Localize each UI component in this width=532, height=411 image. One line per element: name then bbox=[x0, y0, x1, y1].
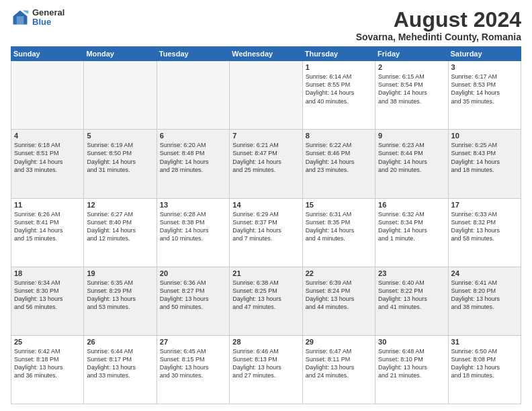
day-info: Sunrise: 6:31 AMSunset: 8:35 PMDaylight:… bbox=[306, 210, 372, 243]
main-title: August 2024 bbox=[356, 8, 521, 32]
calendar-day-cell: 7Sunrise: 6:21 AMSunset: 8:47 PMDaylight… bbox=[230, 130, 302, 198]
day-info: Sunrise: 6:18 AMSunset: 8:51 PMDaylight:… bbox=[14, 141, 81, 174]
calendar-day-cell: 8Sunrise: 6:22 AMSunset: 8:46 PMDaylight… bbox=[302, 130, 375, 198]
calendar-day-cell: 23Sunrise: 6:40 AMSunset: 8:22 PMDayligh… bbox=[375, 267, 448, 335]
day-info: Sunrise: 6:36 AMSunset: 8:27 PMDaylight:… bbox=[160, 279, 226, 312]
day-info: Sunrise: 6:41 AMSunset: 8:20 PMDaylight:… bbox=[451, 279, 518, 312]
day-info: Sunrise: 6:29 AMSunset: 8:37 PMDaylight:… bbox=[232, 210, 299, 243]
calendar-col-header: Friday bbox=[375, 47, 448, 61]
day-number: 12 bbox=[87, 201, 153, 209]
day-info: Sunrise: 6:26 AMSunset: 8:41 PMDaylight:… bbox=[14, 210, 81, 243]
day-number: 15 bbox=[306, 201, 372, 209]
day-info: Sunrise: 6:21 AMSunset: 8:47 PMDaylight:… bbox=[232, 141, 299, 174]
day-number: 24 bbox=[451, 269, 518, 277]
calendar-day-cell: 17Sunrise: 6:33 AMSunset: 8:32 PMDayligh… bbox=[448, 198, 521, 267]
calendar-day-cell bbox=[230, 61, 302, 130]
day-number: 9 bbox=[378, 132, 445, 140]
logo-general-text: General bbox=[32, 8, 64, 17]
day-number: 4 bbox=[14, 132, 81, 140]
day-number: 26 bbox=[87, 338, 153, 346]
calendar-day-cell: 2Sunrise: 6:15 AMSunset: 8:54 PMDaylight… bbox=[375, 61, 448, 130]
calendar-day-cell: 25Sunrise: 6:42 AMSunset: 8:18 PMDayligh… bbox=[11, 335, 84, 404]
day-info: Sunrise: 6:14 AMSunset: 8:55 PMDaylight:… bbox=[306, 73, 372, 105]
day-info: Sunrise: 6:34 AMSunset: 8:30 PMDaylight:… bbox=[14, 279, 81, 312]
calendar-day-cell bbox=[157, 61, 229, 130]
day-number: 13 bbox=[160, 201, 226, 209]
calendar-day-cell: 5Sunrise: 6:19 AMSunset: 8:50 PMDaylight… bbox=[84, 130, 157, 198]
calendar-col-header: Sunday bbox=[11, 47, 84, 61]
day-info: Sunrise: 6:46 AMSunset: 8:13 PMDaylight:… bbox=[232, 347, 299, 380]
day-number: 17 bbox=[451, 201, 518, 209]
calendar-day-cell: 13Sunrise: 6:28 AMSunset: 8:38 PMDayligh… bbox=[157, 198, 229, 267]
day-info: Sunrise: 6:27 AMSunset: 8:40 PMDaylight:… bbox=[87, 210, 153, 243]
day-number: 30 bbox=[378, 338, 445, 346]
day-number: 20 bbox=[160, 269, 226, 277]
day-number: 29 bbox=[306, 338, 372, 346]
day-info: Sunrise: 6:28 AMSunset: 8:38 PMDaylight:… bbox=[160, 210, 226, 243]
day-number: 25 bbox=[14, 338, 81, 346]
day-number: 23 bbox=[378, 269, 445, 277]
calendar-day-cell: 15Sunrise: 6:31 AMSunset: 8:35 PMDayligh… bbox=[302, 198, 375, 267]
calendar-day-cell bbox=[84, 61, 157, 130]
calendar-day-cell: 1Sunrise: 6:14 AMSunset: 8:55 PMDaylight… bbox=[302, 61, 375, 130]
calendar-header-row: SundayMondayTuesdayWednesdayThursdayFrid… bbox=[11, 47, 521, 61]
day-info: Sunrise: 6:38 AMSunset: 8:25 PMDaylight:… bbox=[232, 279, 299, 312]
day-number: 6 bbox=[160, 132, 226, 140]
calendar-week-row: 18Sunrise: 6:34 AMSunset: 8:30 PMDayligh… bbox=[11, 267, 521, 335]
day-info: Sunrise: 6:47 AMSunset: 8:11 PMDaylight:… bbox=[306, 347, 372, 380]
calendar-week-row: 25Sunrise: 6:42 AMSunset: 8:18 PMDayligh… bbox=[11, 335, 521, 404]
subtitle: Sovarna, Mehedinti County, Romania bbox=[356, 32, 521, 42]
day-number: 14 bbox=[232, 201, 299, 209]
header: General Blue August 2024 Sovarna, Mehedi… bbox=[11, 8, 521, 42]
day-number: 2 bbox=[378, 63, 445, 71]
calendar-day-cell: 28Sunrise: 6:46 AMSunset: 8:13 PMDayligh… bbox=[230, 335, 302, 404]
day-info: Sunrise: 6:32 AMSunset: 8:34 PMDaylight:… bbox=[378, 210, 445, 243]
day-info: Sunrise: 6:19 AMSunset: 8:50 PMDaylight:… bbox=[87, 141, 153, 174]
day-number: 7 bbox=[232, 132, 299, 140]
day-number: 19 bbox=[87, 269, 153, 277]
logo-icon bbox=[11, 8, 30, 27]
calendar-day-cell: 16Sunrise: 6:32 AMSunset: 8:34 PMDayligh… bbox=[375, 198, 448, 267]
calendar-table: SundayMondayTuesdayWednesdayThursdayFrid… bbox=[11, 46, 521, 404]
day-number: 3 bbox=[451, 63, 518, 71]
day-number: 5 bbox=[87, 132, 153, 140]
calendar-col-header: Monday bbox=[84, 47, 157, 61]
day-info: Sunrise: 6:48 AMSunset: 8:10 PMDaylight:… bbox=[378, 347, 445, 380]
calendar-day-cell: 26Sunrise: 6:44 AMSunset: 8:17 PMDayligh… bbox=[84, 335, 157, 404]
day-info: Sunrise: 6:40 AMSunset: 8:22 PMDaylight:… bbox=[378, 279, 445, 312]
calendar-day-cell: 12Sunrise: 6:27 AMSunset: 8:40 PMDayligh… bbox=[84, 198, 157, 267]
title-block: August 2024 Sovarna, Mehedinti County, R… bbox=[356, 8, 521, 42]
day-info: Sunrise: 6:22 AMSunset: 8:46 PMDaylight:… bbox=[306, 141, 372, 174]
calendar-day-cell: 30Sunrise: 6:48 AMSunset: 8:10 PMDayligh… bbox=[375, 335, 448, 404]
day-number: 11 bbox=[14, 201, 81, 209]
calendar-week-row: 1Sunrise: 6:14 AMSunset: 8:55 PMDaylight… bbox=[11, 61, 521, 130]
calendar-day-cell bbox=[11, 61, 84, 130]
day-number: 18 bbox=[14, 269, 81, 277]
calendar-week-row: 4Sunrise: 6:18 AMSunset: 8:51 PMDaylight… bbox=[11, 130, 521, 198]
calendar-col-header: Tuesday bbox=[157, 47, 229, 61]
day-info: Sunrise: 6:15 AMSunset: 8:54 PMDaylight:… bbox=[378, 73, 445, 105]
day-number: 8 bbox=[306, 132, 372, 140]
day-number: 22 bbox=[306, 269, 372, 277]
calendar-week-row: 11Sunrise: 6:26 AMSunset: 8:41 PMDayligh… bbox=[11, 198, 521, 267]
day-info: Sunrise: 6:45 AMSunset: 8:15 PMDaylight:… bbox=[160, 347, 226, 380]
day-info: Sunrise: 6:42 AMSunset: 8:18 PMDaylight:… bbox=[14, 347, 81, 380]
calendar-day-cell: 29Sunrise: 6:47 AMSunset: 8:11 PMDayligh… bbox=[302, 335, 375, 404]
day-info: Sunrise: 6:20 AMSunset: 8:48 PMDaylight:… bbox=[160, 141, 226, 174]
day-info: Sunrise: 6:50 AMSunset: 8:08 PMDaylight:… bbox=[451, 347, 518, 380]
day-number: 1 bbox=[306, 63, 372, 71]
calendar-day-cell: 4Sunrise: 6:18 AMSunset: 8:51 PMDaylight… bbox=[11, 130, 84, 198]
day-number: 27 bbox=[160, 338, 226, 346]
day-number: 21 bbox=[232, 269, 299, 277]
calendar-day-cell: 21Sunrise: 6:38 AMSunset: 8:25 PMDayligh… bbox=[230, 267, 302, 335]
calendar-day-cell: 20Sunrise: 6:36 AMSunset: 8:27 PMDayligh… bbox=[157, 267, 229, 335]
logo-text: General Blue bbox=[32, 8, 64, 28]
calendar-day-cell: 6Sunrise: 6:20 AMSunset: 8:48 PMDaylight… bbox=[157, 130, 229, 198]
calendar-day-cell: 10Sunrise: 6:25 AMSunset: 8:43 PMDayligh… bbox=[448, 130, 521, 198]
logo-blue-text: Blue bbox=[32, 17, 64, 27]
calendar-day-cell: 3Sunrise: 6:17 AMSunset: 8:53 PMDaylight… bbox=[448, 61, 521, 130]
day-info: Sunrise: 6:23 AMSunset: 8:44 PMDaylight:… bbox=[378, 141, 445, 174]
calendar-col-header: Wednesday bbox=[230, 47, 302, 61]
calendar-day-cell: 24Sunrise: 6:41 AMSunset: 8:20 PMDayligh… bbox=[448, 267, 521, 335]
calendar-day-cell: 18Sunrise: 6:34 AMSunset: 8:30 PMDayligh… bbox=[11, 267, 84, 335]
